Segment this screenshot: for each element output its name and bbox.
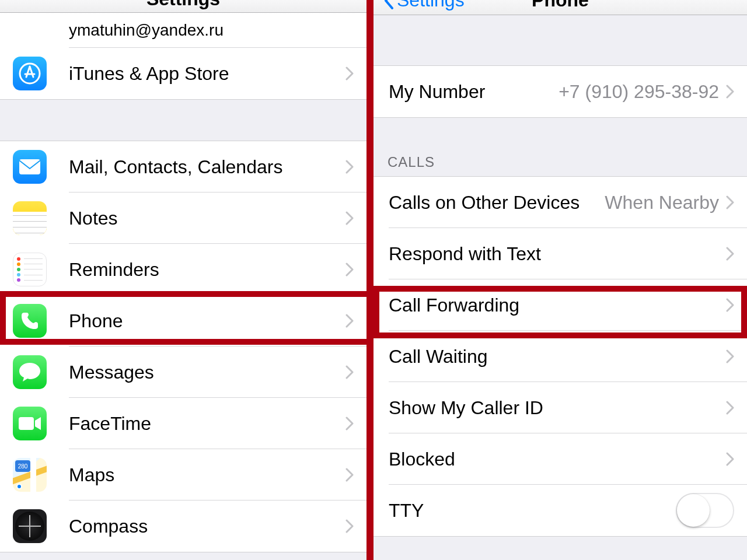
facetime-icon xyxy=(13,407,47,440)
appstore-icon xyxy=(13,57,47,90)
settings-row-mail[interactable]: Mail, Contacts, Calendars xyxy=(0,141,366,192)
maps-label: Maps xyxy=(69,464,345,486)
settings-pane: Settings ymatuhin@yandex.ru iTunes & App… xyxy=(0,0,366,560)
row-calls-other-devices[interactable]: Calls on Other Devices When Nearby xyxy=(374,177,747,228)
settings-row-maps[interactable]: 280 Maps xyxy=(0,449,366,501)
settings-row-notes[interactable]: Notes xyxy=(0,192,366,244)
chevron-right-icon xyxy=(726,452,734,466)
messages-label: Messages xyxy=(69,362,345,383)
settings-row-itunes[interactable]: iTunes & App Store xyxy=(0,48,366,99)
tty-switch[interactable] xyxy=(676,493,734,528)
chevron-right-icon xyxy=(345,365,354,379)
tty-label: TTY xyxy=(389,500,676,522)
show-caller-id-label: Show My Caller ID xyxy=(389,397,726,419)
right-nav-bar: Settings Phone xyxy=(374,0,747,15)
settings-row-compass[interactable]: Compass xyxy=(0,501,366,552)
reminders-icon xyxy=(13,253,47,286)
row-call-forwarding[interactable]: Call Forwarding xyxy=(374,279,747,331)
chevron-right-icon xyxy=(726,401,734,415)
settings-group-apps: Mail, Contacts, Calendars Notes xyxy=(0,141,366,552)
svg-rect-2 xyxy=(19,417,34,430)
pane-divider xyxy=(366,0,374,560)
blocked-label: Blocked xyxy=(389,449,726,470)
compass-label: Compass xyxy=(69,516,345,537)
reminders-label: Reminders xyxy=(69,259,345,281)
messages-icon xyxy=(13,355,47,389)
settings-row-facetime[interactable]: FaceTime xyxy=(0,398,366,449)
my-number-value: +7 (910) 295-38-92 xyxy=(558,81,719,103)
chevron-right-icon xyxy=(726,195,734,209)
settings-row-icloud-sub[interactable]: ymatuhin@yandex.ru xyxy=(0,13,366,48)
phone-icon xyxy=(13,304,47,338)
phone-settings-pane: Settings Phone My Number +7 (910) 295-38… xyxy=(374,0,747,560)
chevron-right-icon xyxy=(726,298,734,312)
phone-group-number: My Number +7 (910) 295-38-92 xyxy=(374,65,747,118)
calls-other-label: Calls on Other Devices xyxy=(389,192,605,214)
chevron-right-icon xyxy=(345,468,354,482)
row-tty[interactable]: TTY xyxy=(374,485,747,536)
settings-row-messages[interactable]: Messages xyxy=(0,346,366,398)
right-nav-title: Phone xyxy=(532,0,589,11)
left-nav-title: Settings xyxy=(146,0,220,10)
call-forwarding-label: Call Forwarding xyxy=(389,295,726,316)
back-button[interactable]: Settings xyxy=(384,0,465,11)
phone-group-calls: Calls on Other Devices When Nearby Respo… xyxy=(374,176,747,537)
settings-group-apple: ymatuhin@yandex.ru iTunes & App Store xyxy=(0,13,366,100)
chevron-right-icon xyxy=(345,211,354,225)
phone-label: Phone xyxy=(69,310,345,332)
switch-knob xyxy=(677,494,710,527)
chevron-right-icon xyxy=(345,66,354,80)
row-my-number[interactable]: My Number +7 (910) 295-38-92 xyxy=(374,66,747,117)
left-nav-bar: Settings xyxy=(0,0,366,13)
chevron-right-icon xyxy=(345,262,354,276)
call-waiting-label: Call Waiting xyxy=(389,346,726,368)
settings-row-reminders[interactable]: Reminders xyxy=(0,244,366,295)
settings-row-phone[interactable]: Phone xyxy=(0,295,366,346)
section-header-calls: CALLS xyxy=(374,150,747,176)
chevron-right-icon xyxy=(726,349,734,363)
icloud-email: ymatuhin@yandex.ru xyxy=(69,21,224,40)
chevron-left-icon xyxy=(384,0,395,9)
chevron-right-icon xyxy=(345,416,354,430)
mail-icon xyxy=(13,150,47,184)
row-respond-with-text[interactable]: Respond with Text xyxy=(374,228,747,279)
svg-rect-1 xyxy=(19,159,40,174)
my-number-label: My Number xyxy=(389,81,558,103)
row-show-caller-id[interactable]: Show My Caller ID xyxy=(374,382,747,433)
notes-label: Notes xyxy=(69,208,345,229)
itunes-label: iTunes & App Store xyxy=(69,63,345,85)
compass-icon xyxy=(13,509,47,543)
back-label: Settings xyxy=(397,0,465,11)
row-blocked[interactable]: Blocked xyxy=(374,433,747,485)
chevron-right-icon xyxy=(726,85,734,99)
maps-icon: 280 xyxy=(13,458,47,492)
mail-label: Mail, Contacts, Calendars xyxy=(69,156,345,178)
calls-other-value: When Nearby xyxy=(605,192,719,214)
chevron-right-icon xyxy=(726,247,734,261)
facetime-label: FaceTime xyxy=(69,413,345,435)
chevron-right-icon xyxy=(345,314,354,328)
row-call-waiting[interactable]: Call Waiting xyxy=(374,331,747,382)
chevron-right-icon xyxy=(345,519,354,533)
chevron-right-icon xyxy=(345,160,354,174)
respond-text-label: Respond with Text xyxy=(389,243,726,265)
notes-icon xyxy=(13,201,47,235)
